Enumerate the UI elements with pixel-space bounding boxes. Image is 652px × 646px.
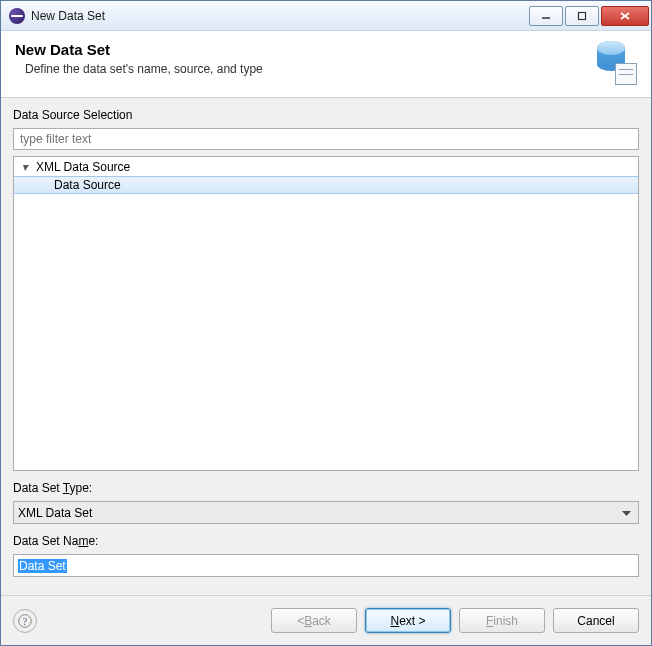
source-section-label: Data Source Selection — [13, 108, 639, 122]
dataset-icon — [593, 41, 637, 85]
type-label: Data Set Type: — [13, 481, 639, 495]
finish-button[interactable]: Finish — [459, 608, 545, 633]
maximize-icon — [577, 11, 587, 21]
page-title: New Data Set — [15, 41, 593, 58]
type-selected-value: XML Data Set — [18, 506, 92, 520]
content-area: Data Source Selection XML Data Source Da… — [1, 98, 651, 595]
tree-child-label: Data Source — [54, 178, 121, 192]
data-set-type-select[interactable]: XML Data Set — [13, 501, 639, 524]
title-bar[interactable]: New Data Set — [1, 1, 651, 31]
next-button[interactable]: Next > — [365, 608, 451, 633]
tree-child-data-source[interactable]: Data Source — [14, 176, 638, 194]
expand-collapse-icon[interactable] — [20, 161, 32, 173]
minimize-button[interactable] — [529, 6, 563, 26]
name-input-value: Data Set — [18, 559, 67, 573]
maximize-button[interactable] — [565, 6, 599, 26]
svg-rect-1 — [579, 12, 586, 19]
app-icon — [9, 8, 25, 24]
name-label: Data Set Name: — [13, 534, 639, 548]
cancel-button[interactable]: Cancel — [553, 608, 639, 633]
window-title: New Data Set — [31, 9, 527, 23]
data-source-tree[interactable]: XML Data Source Data Source — [13, 156, 639, 471]
tree-parent-xml-data-source[interactable]: XML Data Source — [14, 158, 638, 176]
minimize-icon — [541, 11, 551, 21]
button-bar: ? < Back Next > Finish Cancel — [1, 595, 651, 645]
help-button[interactable]: ? — [13, 609, 37, 633]
chevron-down-icon — [618, 506, 634, 520]
filter-input[interactable] — [13, 128, 639, 150]
close-button[interactable] — [601, 6, 649, 26]
data-set-name-input[interactable]: Data Set — [13, 554, 639, 577]
close-icon — [619, 11, 631, 21]
tree-parent-label: XML Data Source — [36, 160, 130, 174]
dialog-window: New Data Set New Data Set Define the dat… — [0, 0, 652, 646]
window-controls — [527, 6, 649, 26]
help-icon: ? — [18, 614, 32, 628]
back-button[interactable]: < Back — [271, 608, 357, 633]
wizard-header: New Data Set Define the data set's name,… — [1, 31, 651, 98]
page-subtitle: Define the data set's name, source, and … — [15, 62, 593, 76]
svg-text:?: ? — [23, 616, 28, 627]
